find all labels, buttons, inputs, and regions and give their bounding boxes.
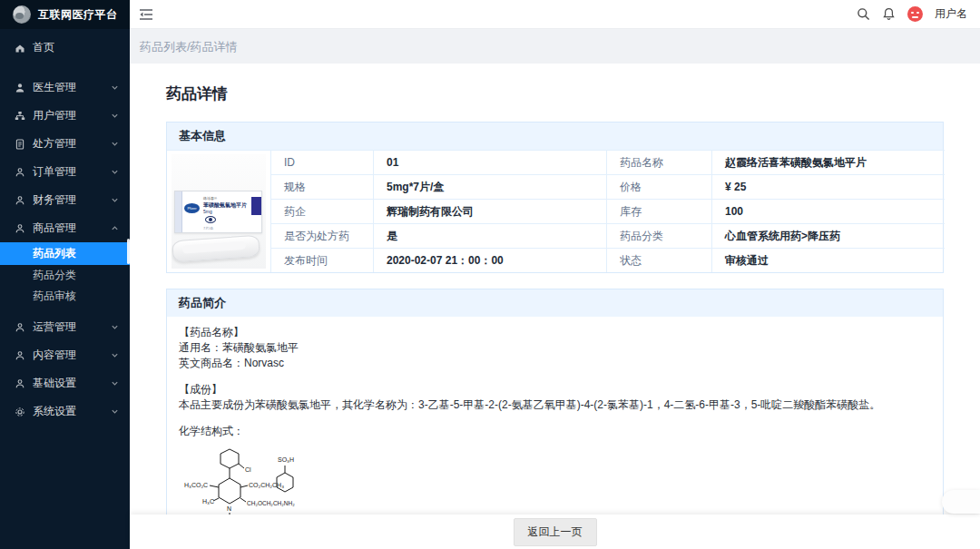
- back-button[interactable]: 返回上一页: [514, 518, 597, 546]
- sidebar-item-finance-mgmt[interactable]: 财务管理: [0, 186, 130, 214]
- user-avatar[interactable]: [907, 6, 923, 22]
- svg-text:H₃CO₂C: H₃CO₂C: [184, 482, 208, 488]
- intro-composition-text: 本品主要成份为苯磺酸氨氯地平，其化学名称为：3-乙基-5-甲基-2-(2-氨基乙…: [179, 397, 931, 413]
- drug-photo: Pfizer 络活喜® 苯磺酸氨氯地平片 5mg 7片/盒: [172, 154, 266, 269]
- doctor-icon: [15, 83, 25, 93]
- blister-pack: [172, 235, 260, 263]
- drug-box-spine: [175, 191, 182, 232]
- chemical-structure-image: Cl H₃CO₂C CO₂CH₂CH₃ H₃C N: [182, 446, 931, 515]
- chevron-down-icon: [111, 112, 119, 120]
- field-label: 药企: [270, 199, 373, 223]
- svg-text:CO₂CH₂CH₃: CO₂CH₂CH₃: [249, 482, 284, 488]
- intro-composition-header: 【成份】: [179, 382, 931, 397]
- field-label: 是否为处方药: [270, 223, 373, 248]
- field-value: 2020-02-07 21：00：00: [373, 248, 606, 272]
- svg-text:SO₃H: SO₃H: [278, 456, 294, 463]
- field-value: 心血管系统用药>降压药: [711, 223, 945, 248]
- field-label: 规格: [270, 174, 373, 199]
- person-icon: [15, 322, 25, 333]
- back-to-top-widget[interactable]: [942, 490, 980, 514]
- sidebar-subitem-drug-list[interactable]: 药品列表: [0, 242, 130, 265]
- org-tree-icon: [15, 111, 25, 122]
- basic-info-header: 基本信息: [167, 123, 943, 150]
- intro-structure-label: 化学结构式：: [179, 424, 931, 439]
- home-icon: [15, 43, 25, 54]
- sidebar-collapse-icon[interactable]: [139, 8, 153, 21]
- person-icon: [15, 167, 25, 178]
- sidebar-item-goods-mgmt[interactable]: 商品管理: [0, 214, 130, 242]
- chevron-down-icon: [111, 351, 119, 359]
- app-title: 互联网医疗平台: [38, 7, 118, 23]
- sidebar-item-home[interactable]: 首页: [0, 34, 130, 62]
- intro-english-name: 英文商品名：Norvasc: [179, 356, 931, 371]
- drug-box-band: [251, 197, 261, 215]
- search-icon[interactable]: [857, 7, 870, 21]
- field-value: 辉瑞制药有限公司: [373, 199, 606, 223]
- sidebar-item-system-settings[interactable]: 系统设置: [0, 397, 130, 426]
- field-value: 5mg*7片/盒: [373, 174, 606, 199]
- field-value: 审核通过: [711, 248, 945, 272]
- norvasc-eye-logo: [205, 216, 216, 223]
- sidebar-item-content-mgmt[interactable]: 内容管理: [0, 341, 130, 369]
- sidebar-item-doctor-mgmt[interactable]: 医生管理: [0, 74, 130, 102]
- drug-intro-section: 药品简介 【药品名称】 通用名：苯磺酸氨氯地平 英文商品名：Norvasc 【成…: [166, 289, 944, 515]
- chevron-down-icon: [111, 379, 119, 387]
- drug-image-cell: Pfizer 络活喜® 苯磺酸氨氯地平片 5mg 7片/盒: [167, 150, 270, 272]
- field-label: 发布时间: [270, 248, 373, 272]
- field-label: 库存: [606, 199, 711, 223]
- page-title: 药品详情: [166, 83, 944, 104]
- chevron-down-icon: [111, 168, 119, 176]
- sidebar-item-user-mgmt[interactable]: 用户管理: [0, 102, 130, 130]
- field-value: ¥ 25: [711, 174, 945, 199]
- field-label: 药品分类: [606, 223, 711, 248]
- footer-bar: 返回上一页: [130, 515, 980, 549]
- logo-icon: [13, 5, 31, 24]
- sidebar-item-operation-mgmt[interactable]: 运营管理: [0, 313, 130, 341]
- sidebar-scrollbar[interactable]: [127, 239, 130, 264]
- pfizer-logo: Pfizer: [184, 203, 200, 213]
- field-value: 100: [711, 199, 945, 223]
- breadcrumb-bar: 药品列表/药品详情: [130, 30, 980, 64]
- person-icon: [15, 350, 25, 361]
- intro-generic-name: 通用名：苯磺酸氨氯地平: [179, 340, 931, 356]
- person-icon: [15, 378, 25, 389]
- sidebar: 互联网医疗平台 首页 医生管理 用户管理 处方管理 订单管理 财务: [0, 0, 130, 549]
- chevron-down-icon: [111, 407, 119, 416]
- svg-text:H₃C: H₃C: [202, 498, 214, 505]
- chevron-down-icon: [111, 323, 119, 331]
- drug-intro-header: 药品简介: [167, 289, 943, 317]
- bell-icon[interactable]: [882, 7, 896, 21]
- field-label: 药品名称: [606, 150, 711, 174]
- drug-intro-body: 【药品名称】 通用名：苯磺酸氨氯地平 英文商品名：Norvasc 【成份】 本品…: [167, 317, 943, 515]
- sidebar-item-basic-settings[interactable]: 基础设置: [0, 369, 130, 397]
- main-content: 药品详情 基本信息 Pfizer 络活喜® 苯磺酸氨氯地平片 5mg 7片/盒: [130, 64, 980, 515]
- field-value: 01: [373, 150, 606, 174]
- chevron-up-icon: [111, 224, 119, 232]
- basic-info-table: Pfizer 络活喜® 苯磺酸氨氯地平片 5mg 7片/盒 ID 01 药品名称…: [167, 150, 943, 272]
- svg-text:CH₂OCH₂CH₂NH₂: CH₂OCH₂CH₂NH₂: [247, 500, 295, 506]
- drug-box: Pfizer 络活喜® 苯磺酸氨氯地平片 5mg 7片/盒: [174, 191, 262, 233]
- sidebar-subitem-drug-category[interactable]: 药品分类: [0, 265, 130, 286]
- field-value: 是: [373, 223, 606, 248]
- sidebar-item-order-mgmt[interactable]: 订单管理: [0, 158, 130, 186]
- intro-name-header: 【药品名称】: [179, 325, 931, 340]
- sidebar-subitem-drug-review[interactable]: 药品审核: [0, 286, 130, 307]
- breadcrumb[interactable]: 药品列表/药品详情: [140, 39, 238, 55]
- chevron-down-icon: [111, 83, 119, 92]
- gear-icon: [15, 407, 25, 417]
- chevron-down-icon: [111, 140, 119, 148]
- sidebar-item-prescription-mgmt[interactable]: 处方管理: [0, 130, 130, 158]
- app-logo: 互联网医疗平台: [0, 0, 130, 29]
- person-icon: [15, 195, 25, 206]
- field-label: 价格: [606, 174, 711, 199]
- top-header: 用户名: [130, 0, 980, 29]
- document-icon: [15, 139, 25, 150]
- svg-text:N: N: [227, 505, 231, 512]
- basic-info-section: 基本信息 Pfizer 络活喜® 苯磺酸氨氯地平片 5mg 7片/盒: [166, 122, 944, 273]
- person-icon: [15, 223, 25, 234]
- field-label: 状态: [606, 248, 711, 272]
- field-label: ID: [270, 150, 373, 174]
- username-label[interactable]: 用户名: [935, 6, 967, 22]
- field-value: 赵霞络活喜苯磺酸氨氯地平片: [711, 150, 945, 174]
- svg-text:Cl: Cl: [245, 466, 251, 473]
